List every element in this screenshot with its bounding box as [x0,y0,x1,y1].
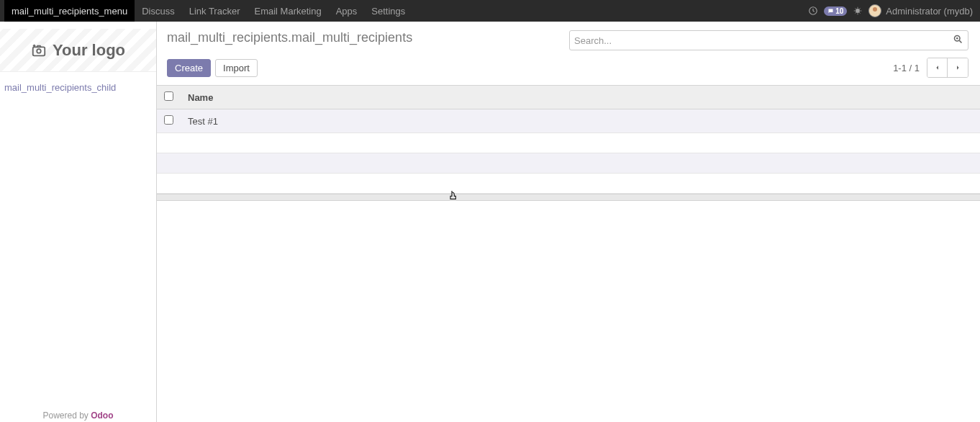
content: mail_multi_recipients.mail_multi_recipie… [157,22,980,422]
table-footer-bar [157,194,980,201]
empty-row[interactable] [157,174,980,194]
clock-icon[interactable] [808,6,818,16]
svg-point-3 [37,49,41,53]
table-row[interactable]: Test #1 [157,109,980,133]
messages-count: 10 [835,7,843,15]
pager-info: 1-1 / 1 [893,63,920,73]
nav-item-active[interactable]: mail_multi_recipients_menu [4,0,135,22]
navbar-left: mail_multi_recipients_menu Discuss Link … [4,0,412,22]
table-header-row: Name [157,86,980,109]
pager: 1-1 / 1 [893,58,968,78]
messages-badge[interactable]: 10 [824,6,847,16]
list-table: Name Test #1 [157,85,980,194]
top-navbar: mail_multi_recipients_menu Discuss Link … [0,0,980,22]
user-label: Administrator (mydb) [886,6,973,17]
svg-point-1 [856,9,860,13]
search-plus-icon[interactable] [953,34,963,47]
empty-row[interactable] [157,153,980,174]
camera-icon [31,42,47,58]
sidebar-menu: mail_multi_recipients_child [0,72,156,103]
sidebar-top: Your logo mail_multi_recipients_child [0,22,156,103]
pager-prev[interactable] [927,58,948,77]
header-name[interactable]: Name [181,86,980,109]
navbar-right: 10 Administrator (mydb) [808,4,976,17]
empty-row[interactable] [157,133,980,153]
create-button[interactable]: Create [167,59,211,77]
logo-text: Your logo [53,41,125,60]
action-buttons: Create Import [167,59,258,77]
nav-item-apps[interactable]: Apps [329,0,365,22]
row-checkbox[interactable] [164,115,173,125]
user-menu[interactable]: Administrator (mydb) [868,4,976,17]
controls-row: Create Import 1-1 / 1 [157,53,980,85]
footer-prefix: Powered by [42,410,91,421]
pager-nav [927,58,968,78]
row-name: Test #1 [181,109,980,133]
search-input[interactable] [574,35,953,46]
import-button[interactable]: Import [215,59,258,77]
sidebar-footer: Powered by Odoo [0,410,156,422]
content-header: mail_multi_recipients.mail_multi_recipie… [157,22,980,53]
main-layout: Your logo mail_multi_recipients_child Po… [0,22,980,422]
select-all-checkbox[interactable] [164,91,173,101]
nav-item-discuss[interactable]: Discuss [135,0,182,22]
header-checkbox-cell [157,86,181,109]
sidebar: Your logo mail_multi_recipients_child Po… [0,22,157,422]
pager-next[interactable] [948,58,968,77]
logo[interactable]: Your logo [0,29,156,72]
breadcrumb: mail_multi_recipients.mail_multi_recipie… [167,30,412,45]
chevron-right-icon [955,63,961,72]
footer-brand[interactable]: Odoo [91,410,113,421]
nav-item-email-marketing[interactable]: Email Marketing [247,0,328,22]
svg-rect-2 [33,47,45,55]
row-checkbox-cell [157,109,181,133]
nav-item-link-tracker[interactable]: Link Tracker [182,0,248,22]
search-box[interactable] [569,30,968,50]
sidebar-item-child[interactable]: mail_multi_recipients_child [4,81,152,94]
nav-item-settings[interactable]: Settings [364,0,412,22]
chevron-left-icon [935,63,940,72]
bug-icon[interactable] [853,6,863,16]
avatar [868,4,881,17]
